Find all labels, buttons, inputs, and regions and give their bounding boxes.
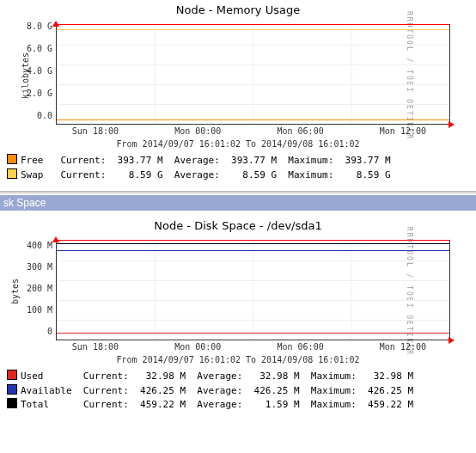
series-name: Swap: [21, 169, 44, 181]
xtick: Sun 18:00: [72, 342, 119, 352]
label: Current:: [60, 169, 106, 181]
chart-title: Node - Memory Usage: [0, 3, 476, 16]
label: Maximum:: [288, 155, 333, 166]
xtick: Mon 06:00: [277, 342, 323, 352]
memory-usage-chart: Node - Memory Usage kilobytes RRDTOOL / …: [0, 0, 476, 150]
series-name: Free: [21, 155, 44, 166]
label: Average:: [174, 155, 220, 166]
plot-area: [56, 240, 450, 340]
series-line-free: [57, 119, 449, 120]
time-range: From 2014/09/07 16:01:02 To 2014/09/08 1…: [0, 139, 476, 149]
label: Maximum:: [311, 370, 357, 382]
xtick: Mon 00:00: [174, 126, 221, 136]
label: Average:: [197, 385, 242, 396]
series-name: Used: [21, 370, 44, 382]
section-header: sk Space: [0, 195, 476, 211]
label: Current:: [83, 370, 129, 382]
label: Current:: [60, 155, 106, 166]
ytick: 4.0 G: [27, 66, 52, 76]
val: 8.59 G: [357, 169, 391, 181]
swatch-icon: [7, 168, 17, 179]
series-name: Available: [21, 385, 72, 396]
time-range: From 2014/09/07 16:01:02 To 2014/09/08 1…: [0, 355, 476, 364]
val: 32.98 M: [146, 370, 186, 382]
val: 426.25 M: [140, 385, 186, 396]
swatch-icon: [7, 384, 17, 395]
y-ticks: 0 100 M 200 M 300 M 400 M: [15, 240, 54, 340]
series-line-total: [57, 243, 449, 244]
xtick: Sun 18:00: [72, 126, 119, 136]
label: Average:: [174, 169, 220, 181]
legend-row-free: Free Current: 393.77 M Average: 393.77 M…: [7, 154, 469, 168]
swatch-icon: [7, 398, 17, 408]
x-ticks: Sun 18:00 Mon 00:00 Mon 06:00 Mon 12:00: [56, 342, 450, 352]
val: 426.25 M: [368, 385, 413, 396]
label: Current:: [83, 399, 129, 410]
xtick: Mon 12:00: [380, 342, 426, 352]
series-line-used: [57, 333, 449, 334]
val: 1.59 M: [265, 399, 300, 410]
label: Maximum:: [311, 385, 357, 396]
label: Average:: [197, 399, 242, 410]
legend-row-swap: Swap Current: 8.59 G Average: 8.59 G Max…: [7, 168, 469, 183]
val: 32.98 M: [259, 370, 299, 382]
disk-space-chart: Node - Disk Space - /dev/sda1 bytes RRDT…: [0, 216, 476, 366]
ytick: 0.0: [37, 111, 52, 120]
val: 393.77 M: [231, 155, 277, 166]
ytick: 300 M: [27, 262, 52, 272]
val: 8.59 G: [242, 169, 277, 181]
val: 426.25 M: [254, 385, 300, 396]
label: Maximum:: [288, 169, 333, 181]
ytick: 100 M: [27, 305, 52, 315]
chart-title: Node - Disk Space - /dev/sda1: [0, 219, 476, 232]
ytick: 0: [47, 327, 52, 336]
series-line-swap: [57, 29, 449, 30]
xtick: Mon 00:00: [174, 342, 221, 352]
val: 393.77 M: [118, 155, 163, 166]
legend-row-available: Available Current: 426.25 M Average: 426…: [7, 384, 469, 399]
val: 459.22 M: [140, 399, 186, 410]
plot-area: [56, 24, 450, 125]
ytick: 200 M: [27, 284, 52, 293]
ytick: 2.0 G: [27, 89, 52, 98]
label: Maximum:: [311, 399, 357, 410]
val: 32.98 M: [374, 370, 413, 382]
ytick: 6.0 G: [27, 44, 52, 53]
memory-legend: Free Current: 393.77 M Average: 393.77 M…: [0, 150, 476, 186]
series-name: Total: [21, 399, 49, 410]
val: 8.59 G: [129, 169, 163, 181]
label: Current:: [83, 385, 129, 396]
x-ticks: Sun 18:00 Mon 00:00 Mon 06:00 Mon 12:00: [56, 126, 450, 137]
legend-row-total: Total Current: 459.22 M Average: 1.59 M …: [7, 398, 469, 413]
xtick: Mon 12:00: [380, 126, 426, 136]
y-ticks: 0.0 2.0 G 4.0 G 6.0 G 8.0 G: [15, 24, 54, 125]
ytick: 400 M: [27, 241, 52, 250]
swatch-icon: [7, 154, 17, 164]
val: 459.22 M: [368, 399, 413, 410]
series-line-available: [57, 250, 449, 251]
legend-row-used: Used Current: 32.98 M Average: 32.98 M M…: [7, 370, 469, 384]
disk-legend: Used Current: 32.98 M Average: 32.98 M M…: [0, 366, 476, 416]
xtick: Mon 06:00: [277, 126, 323, 136]
label: Average:: [197, 370, 242, 382]
val: 393.77 M: [345, 155, 391, 166]
ytick: 8.0 G: [27, 21, 52, 31]
swatch-icon: [7, 370, 17, 380]
